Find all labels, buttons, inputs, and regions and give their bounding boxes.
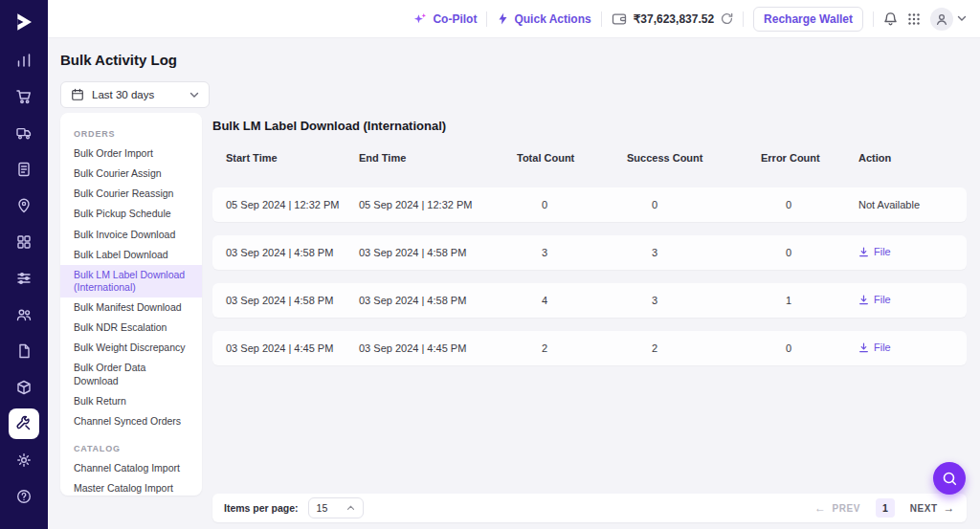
- recharge-wallet-button[interactable]: Recharge Wallet: [753, 7, 863, 32]
- cell-total-count: 4: [517, 295, 627, 306]
- quick-actions-label: Quick Actions: [514, 12, 590, 26]
- divider: [486, 11, 487, 27]
- arrow-right-icon: →: [944, 502, 956, 514]
- copilot-label: Co-Pilot: [433, 12, 477, 26]
- file-link-label: File: [874, 246, 891, 257]
- chevron-down-icon: [957, 15, 967, 22]
- tracking-pin-icon[interactable]: [6, 187, 42, 224]
- apps-grid-icon[interactable]: [907, 12, 921, 26]
- packages-box-icon[interactable]: [6, 369, 42, 406]
- cell-start-time: 03 Sep 2024 | 4:58 PM: [226, 247, 359, 258]
- next-label: NEXT: [910, 503, 938, 514]
- quick-actions-bolt-icon: [497, 12, 508, 25]
- col-total-count: Total Count: [517, 152, 627, 164]
- chat-search-icon: [942, 471, 958, 487]
- menu-item-bulk-pickup-schedule[interactable]: Bulk Pickup Schedule: [60, 204, 202, 224]
- menu-item-bulk-courier-reassign[interactable]: Bulk Courier Reassign: [60, 184, 202, 204]
- menu-item-bulk-order-import[interactable]: Bulk Order Import: [60, 143, 202, 164]
- col-success-count: Success Count: [627, 152, 761, 164]
- pagination-bar: Items per page: 15 ← PREV 1 NEXT →: [212, 494, 967, 522]
- table-row: 03 Sep 2024 | 4:45 PM 03 Sep 2024 | 4:45…: [212, 331, 967, 365]
- current-page-number[interactable]: 1: [876, 498, 895, 518]
- cell-success-count: 0: [627, 199, 761, 210]
- cell-end-time: 03 Sep 2024 | 4:58 PM: [359, 295, 517, 306]
- items-per-page-select[interactable]: 15: [308, 497, 364, 518]
- cell-end-time: 03 Sep 2024 | 4:58 PM: [359, 247, 517, 258]
- col-end-time: End Time: [359, 152, 517, 164]
- cell-total-count: 3: [517, 247, 627, 258]
- date-range-value: Last 30 days: [92, 89, 154, 100]
- bell-icon[interactable]: [883, 11, 898, 27]
- copilot-link[interactable]: Co-Pilot: [412, 12, 477, 26]
- user-avatar: [930, 8, 953, 31]
- help-icon[interactable]: [6, 478, 42, 515]
- menu-item-bulk-ndr-escalation[interactable]: Bulk NDR Escalation: [60, 318, 202, 338]
- chat-help-fab[interactable]: [933, 462, 966, 495]
- cell-start-time: 05 Sep 2024 | 12:32 PM: [226, 199, 359, 210]
- download-icon: [858, 295, 869, 305]
- menu-item-bulk-order-data-download[interactable]: Bulk Order Data Download: [60, 358, 202, 390]
- menu-item-bulk-return[interactable]: Bulk Return: [60, 391, 202, 411]
- next-page-button[interactable]: NEXT →: [910, 502, 955, 514]
- page-title: Bulk Activity Log: [60, 52, 177, 68]
- table-header: Start Time End Time Total Count Success …: [212, 142, 967, 174]
- divider: [743, 11, 744, 27]
- download-icon: [858, 342, 869, 353]
- file-download-link[interactable]: File: [858, 294, 891, 305]
- billing-invoice-icon[interactable]: [6, 151, 42, 187]
- cell-total-count: 0: [517, 199, 627, 210]
- menu-item-bulk-courier-assign[interactable]: Bulk Courier Assign: [60, 164, 202, 184]
- prev-page-button[interactable]: ← PREV: [814, 502, 860, 514]
- cell-error-count: 1: [761, 295, 858, 306]
- cell-success-count: 3: [627, 295, 761, 306]
- topbar: Co-Pilot Quick Actions ₹37,623,837.52 Re…: [48, 0, 980, 38]
- customers-users-icon[interactable]: [6, 297, 42, 333]
- shipping-truck-icon[interactable]: [6, 115, 42, 151]
- dashboard-chart-icon[interactable]: [6, 42, 42, 78]
- settings-sliders-icon[interactable]: [6, 260, 42, 297]
- bulk-activity-menu: ORDERS Bulk Order Import Bulk Courier As…: [60, 113, 202, 496]
- wallet-balance: ₹37,623,837.52: [612, 11, 733, 26]
- menu-item-bulk-invoice-download[interactable]: Bulk Invoice Download: [60, 225, 202, 245]
- arrow-left-icon: ←: [814, 502, 827, 514]
- copilot-sparkle-icon: [412, 12, 427, 26]
- refresh-icon[interactable]: [721, 12, 733, 25]
- orders-cart-icon[interactable]: [6, 78, 42, 115]
- divider: [601, 11, 602, 27]
- cell-start-time: 03 Sep 2024 | 4:45 PM: [226, 342, 359, 354]
- settings-gear-icon[interactable]: [6, 442, 42, 478]
- menu-section-orders: ORDERS: [60, 124, 202, 143]
- divider: [873, 11, 874, 27]
- menu-item-bulk-weight-discrepancy[interactable]: Bulk Weight Discrepancy: [60, 338, 202, 358]
- menu-item-bulk-manifest-download[interactable]: Bulk Manifest Download: [60, 298, 202, 318]
- table-row: 03 Sep 2024 | 4:58 PM 03 Sep 2024 | 4:58…: [212, 235, 967, 270]
- file-download-link[interactable]: File: [858, 246, 891, 257]
- reports-document-icon[interactable]: [6, 333, 42, 369]
- file-download-link[interactable]: File: [858, 342, 891, 353]
- cell-action-not-available: Not Available: [858, 199, 953, 210]
- items-per-page-value: 15: [317, 502, 328, 514]
- chevron-up-icon: [346, 505, 355, 511]
- app-sidebar: [0, 0, 48, 529]
- date-range-filter[interactable]: Last 30 days: [60, 81, 210, 108]
- cell-start-time: 03 Sep 2024 | 4:58 PM: [226, 295, 359, 306]
- cell-total-count: 2: [517, 342, 627, 354]
- quick-actions-link[interactable]: Quick Actions: [497, 12, 590, 26]
- table-row: 03 Sep 2024 | 4:58 PM 03 Sep 2024 | 4:58…: [212, 283, 967, 318]
- file-link-label: File: [874, 294, 891, 305]
- menu-item-master-catalog-import[interactable]: Master Catalog Import: [60, 478, 202, 496]
- table-row: 05 Sep 2024 | 12:32 PM 05 Sep 2024 | 12:…: [212, 187, 967, 222]
- col-start-time: Start Time: [226, 152, 359, 164]
- menu-item-channel-catalog-import[interactable]: Channel Catalog Import: [60, 458, 202, 478]
- download-icon: [858, 247, 869, 257]
- bulk-tools-icon[interactable]: [9, 408, 39, 439]
- app-logo[interactable]: [6, 6, 42, 38]
- cell-error-count: 0: [761, 247, 858, 258]
- cell-error-count: 0: [761, 342, 858, 354]
- menu-item-channel-synced-orders[interactable]: Channel Synced Orders: [60, 411, 202, 431]
- account-menu[interactable]: [930, 8, 967, 31]
- menu-item-bulk-label-download[interactable]: Bulk Label Download: [60, 245, 202, 265]
- apps-grid-icon[interactable]: [6, 224, 42, 260]
- menu-item-bulk-lm-label-download-international[interactable]: Bulk LM Label Download (International): [60, 265, 202, 298]
- activity-table: Start Time End Time Total Count Success …: [212, 142, 967, 365]
